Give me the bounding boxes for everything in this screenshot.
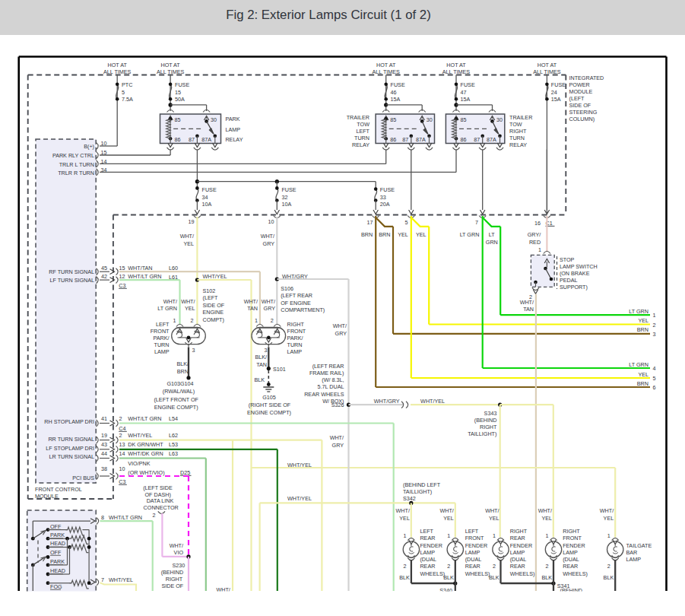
svg-text:LAMP: LAMP (287, 348, 303, 355)
svg-text:S106: S106 (281, 285, 293, 292)
svg-text:S101: S101 (273, 366, 286, 373)
svg-text:LEFT: LEFT (156, 321, 170, 328)
svg-text:YEL: YEL (443, 515, 454, 522)
svg-text:(DUAL: (DUAL (510, 556, 527, 563)
svg-text:G103G104: G103G104 (166, 380, 193, 387)
svg-text:TRLR R TURN: TRLR R TURN (58, 170, 94, 176)
svg-text:FUSE: FUSE (380, 186, 395, 193)
svg-text:WHT/: WHT/ (538, 507, 552, 514)
svg-text:16: 16 (534, 220, 541, 227)
svg-text:FENDER: FENDER (420, 542, 442, 549)
svg-text:2: 2 (653, 322, 656, 329)
svg-text:WHT/: WHT/ (485, 507, 499, 514)
svg-text:87: 87 (474, 136, 480, 143)
svg-text:5: 5 (653, 375, 656, 382)
svg-text:ALL TIMES: ALL TIMES (373, 68, 401, 75)
svg-text:(LEFT: (LEFT (569, 95, 585, 102)
svg-text:REAR: REAR (465, 563, 480, 570)
svg-text:FRONT: FRONT (465, 535, 484, 541)
svg-text:HEAD: HEAD (50, 567, 65, 574)
svg-text:19: 19 (101, 432, 107, 439)
svg-text:BLK: BLK (399, 574, 410, 581)
svg-text:20A: 20A (380, 201, 390, 208)
svg-text:BRN: BRN (637, 380, 649, 387)
svg-text:ENGINE COMPT): ENGINE COMPT) (154, 404, 198, 411)
svg-text:FENDER: FENDER (510, 542, 533, 549)
svg-text:STOP: STOP (560, 256, 575, 263)
svg-text:LAMP: LAMP (465, 549, 480, 556)
svg-text:TRLR L TURN: TRLR L TURN (59, 161, 94, 168)
svg-text:INTEGRATED: INTEGRATED (569, 75, 604, 81)
svg-text:FRONT: FRONT (151, 328, 170, 335)
svg-text:BLK: BLK (443, 574, 454, 581)
svg-text:GRN: GRN (486, 239, 498, 246)
svg-text:17: 17 (367, 219, 373, 226)
svg-text:BLK: BLK (604, 574, 614, 581)
svg-text:46: 46 (391, 89, 397, 96)
svg-text:GRY: GRY (332, 442, 344, 449)
svg-text:LAMP: LAMP (420, 549, 435, 556)
svg-text:WHT/TAN: WHT/TAN (128, 265, 152, 271)
svg-text:1: 1 (173, 317, 176, 324)
svg-text:86: 86 (175, 136, 181, 143)
svg-text:TURN: TURN (287, 341, 303, 348)
svg-text:FUSE: FUSE (202, 186, 217, 193)
svg-text:45: 45 (101, 265, 107, 271)
svg-text:44: 44 (101, 450, 107, 457)
svg-text:S230: S230 (173, 562, 186, 569)
svg-text:1: 1 (403, 532, 406, 539)
svg-text:BLK: BLK (254, 376, 265, 383)
svg-text:PARK: PARK (50, 558, 65, 565)
svg-text:1: 1 (255, 317, 258, 324)
svg-text:LAMP: LAMP (225, 126, 240, 133)
svg-text:7: 7 (475, 219, 478, 226)
svg-text:15: 15 (119, 265, 125, 271)
svg-text:REAR WHEELS: REAR WHEELS (304, 391, 344, 398)
svg-text:HOT AT: HOT AT (160, 62, 180, 68)
svg-text:WHT/: WHT/ (180, 233, 194, 240)
svg-text:FUSE: FUSE (175, 81, 189, 88)
svg-text:MODULE: MODULE (569, 88, 593, 95)
svg-text:RR TURN SIGNAL: RR TURN SIGNAL (48, 436, 94, 443)
svg-text:WHT/DK GRN: WHT/DK GRN (128, 450, 163, 457)
svg-text:WHT/: WHT/ (439, 507, 453, 514)
svg-text:YEL: YEL (541, 515, 552, 522)
svg-text:LEFT: LEFT (420, 528, 433, 535)
svg-text:(LEFT FRONT OF: (LEFT FRONT OF (154, 396, 198, 403)
svg-text:VIO/PNK: VIO/PNK (128, 460, 150, 467)
svg-text:42: 42 (101, 273, 107, 280)
svg-text:(OR WHT/VIO): (OR WHT/VIO) (128, 469, 164, 476)
svg-text:WHT/: WHT/ (244, 298, 258, 305)
svg-text:30: 30 (211, 116, 217, 123)
svg-text:LEFT: LEFT (356, 128, 369, 135)
svg-text:5: 5 (405, 219, 408, 226)
svg-text:YEL: YEL (416, 231, 427, 238)
svg-text:LT: LT (489, 231, 495, 238)
svg-text:TAILLIGHT): TAILLIGHT) (468, 430, 496, 437)
svg-text:14: 14 (119, 450, 125, 457)
svg-text:7.5A: 7.5A (122, 96, 133, 103)
svg-text:G105: G105 (262, 394, 276, 401)
svg-text:YEL: YEL (489, 515, 499, 522)
svg-text:87: 87 (189, 136, 195, 143)
svg-text:32: 32 (281, 194, 287, 201)
svg-text:REAR: REAR (510, 535, 525, 541)
svg-text:FENDER: FENDER (563, 542, 585, 549)
svg-text:FENDER: FENDER (465, 542, 488, 549)
svg-text:85: 85 (390, 116, 396, 123)
svg-text:BRN: BRN (177, 368, 189, 375)
svg-text:LR TURN SIGNAL: LR TURN SIGNAL (49, 453, 94, 460)
svg-text:TAILGATE: TAILGATE (626, 542, 652, 549)
svg-text:WHT/YEL: WHT/YEL (420, 398, 445, 405)
svg-text:RIGHT: RIGHT (166, 576, 183, 583)
svg-text:RIGHT: RIGHT (563, 528, 580, 535)
svg-text:WHT/: WHT/ (170, 542, 183, 549)
svg-text:WHT/: WHT/ (163, 298, 177, 305)
svg-text:ALL TIMES: ALL TIMES (103, 68, 132, 75)
svg-text:1: 1 (607, 532, 610, 539)
svg-text:47: 47 (461, 89, 467, 96)
svg-text:YEL: YEL (183, 240, 194, 247)
svg-text:OFF: OFF (50, 523, 62, 530)
svg-text:41: 41 (101, 415, 107, 422)
svg-text:BRN: BRN (379, 231, 390, 238)
